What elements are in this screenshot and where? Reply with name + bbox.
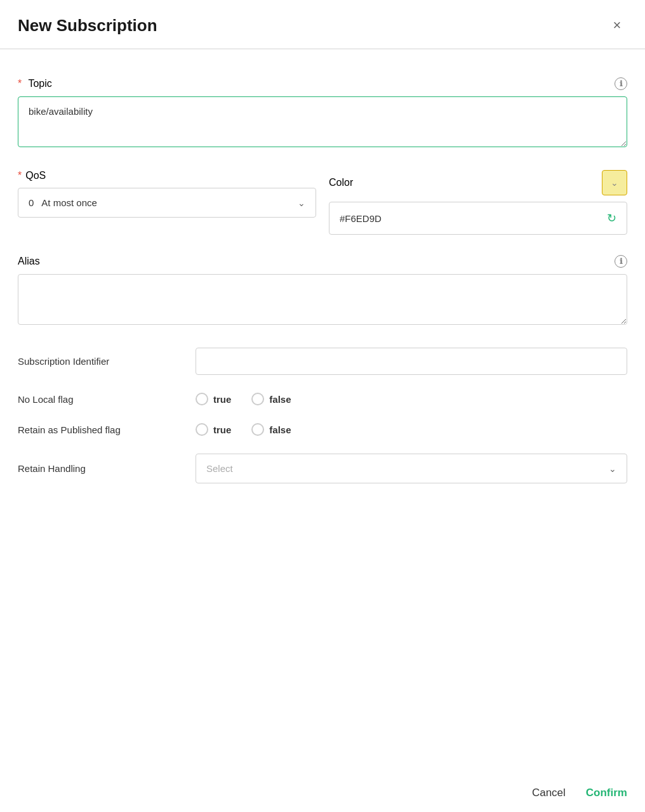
- qos-option-label: At most once: [41, 197, 298, 208]
- retain-handling-label: Retain Handling: [18, 463, 183, 474]
- topic-label-row: * Topic ℹ: [18, 77, 627, 90]
- color-input[interactable]: #F6ED9D ↻: [329, 202, 627, 235]
- retain-handling-row: Retain Handling Select ⌄: [18, 454, 627, 483]
- retain-published-true-option[interactable]: true: [196, 423, 231, 436]
- qos-value: 0: [29, 197, 34, 208]
- topic-required-star: *: [18, 78, 22, 89]
- alias-label-row: Alias ℹ: [18, 255, 627, 268]
- dialog-footer: Cancel Confirm: [0, 774, 645, 812]
- no-local-flag-label: No Local flag: [18, 394, 183, 405]
- retain-handling-placeholder: Select: [206, 463, 233, 474]
- topic-field-group: * Topic ℹ bike/availability: [18, 77, 627, 150]
- no-local-false-option[interactable]: false: [251, 393, 291, 405]
- close-button[interactable]: ×: [607, 15, 627, 36]
- color-swatch-button[interactable]: ⌄: [602, 170, 627, 195]
- alias-input[interactable]: [18, 274, 627, 325]
- cancel-button[interactable]: Cancel: [532, 787, 566, 799]
- alias-label-text: Alias: [18, 256, 40, 267]
- no-local-false-label: false: [269, 394, 291, 405]
- subscription-identifier-label: Subscription Identifier: [18, 356, 183, 367]
- qos-color-row: * QoS 0 At most once ⌄ Color ⌄: [18, 170, 627, 235]
- alias-field-group: Alias ℹ: [18, 255, 627, 327]
- subscription-identifier-control: [196, 348, 627, 375]
- retain-as-published-label: Retain as Published flag: [18, 424, 183, 435]
- retain-published-false-option[interactable]: false: [251, 423, 291, 436]
- retain-published-false-radio[interactable]: [251, 423, 264, 436]
- qos-label-text: QoS: [25, 170, 46, 181]
- qos-label-row: * QoS: [18, 170, 316, 181]
- retain-handling-select-wrapper: Select ⌄: [196, 454, 627, 483]
- topic-input[interactable]: bike/availability: [18, 96, 627, 147]
- retain-published-true-radio[interactable]: [196, 423, 208, 436]
- qos-select[interactable]: 0 At most once ⌄: [18, 188, 316, 218]
- color-label-text: Color: [329, 177, 353, 188]
- confirm-button[interactable]: Confirm: [586, 787, 627, 799]
- new-subscription-dialog: New Subscription × * Topic ℹ bike/availa…: [0, 0, 645, 812]
- qos-chevron-icon: ⌄: [298, 198, 305, 208]
- dialog-header: New Subscription ×: [0, 0, 645, 49]
- no-local-flag-radio-group: true false: [196, 393, 291, 405]
- qos-col: * QoS 0 At most once ⌄: [18, 170, 316, 218]
- no-local-true-label: true: [213, 394, 231, 405]
- color-col: Color ⌄ #F6ED9D ↻: [329, 170, 627, 235]
- topic-label-text: Topic: [28, 78, 51, 89]
- color-value: #F6ED9D: [340, 213, 382, 224]
- retain-published-false-label: false: [269, 424, 291, 435]
- subscription-identifier-input[interactable]: [196, 348, 627, 375]
- dialog-body: * Topic ℹ bike/availability * QoS 0 At m…: [0, 55, 645, 516]
- retain-published-true-label: true: [213, 424, 231, 435]
- no-local-true-radio[interactable]: [196, 393, 208, 405]
- dialog-title: New Subscription: [18, 16, 157, 36]
- qos-select-wrapper: 0 At most once ⌄: [18, 188, 316, 218]
- retain-handling-select[interactable]: Select ⌄: [196, 454, 627, 483]
- alias-info-icon[interactable]: ℹ: [615, 255, 627, 268]
- topic-label: * Topic: [18, 78, 52, 89]
- no-local-flag-row: No Local flag true false: [18, 393, 627, 405]
- no-local-true-option[interactable]: true: [196, 393, 231, 405]
- topic-info-icon[interactable]: ℹ: [615, 77, 627, 90]
- color-header-row: Color ⌄: [329, 170, 627, 195]
- color-input-wrapper: #F6ED9D ↻: [329, 202, 627, 235]
- qos-required-star: *: [18, 170, 22, 181]
- no-local-false-radio[interactable]: [251, 393, 264, 405]
- retain-as-published-row: Retain as Published flag true false: [18, 423, 627, 436]
- retain-as-published-radio-group: true false: [196, 423, 291, 436]
- retain-handling-chevron-icon: ⌄: [609, 464, 616, 474]
- color-refresh-icon[interactable]: ↻: [607, 211, 616, 225]
- subscription-identifier-row: Subscription Identifier: [18, 348, 627, 375]
- color-swatch-chevron: ⌄: [611, 178, 618, 188]
